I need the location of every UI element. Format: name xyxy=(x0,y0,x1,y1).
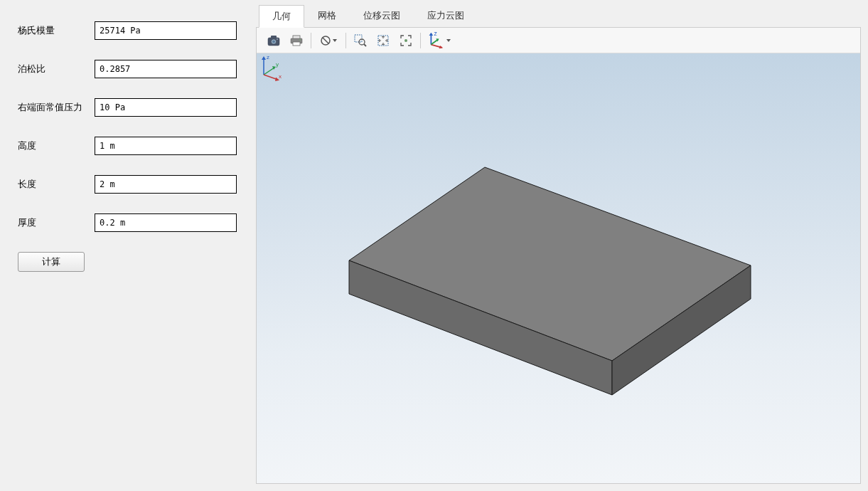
print-icon[interactable] xyxy=(286,31,306,51)
input-thickness[interactable] xyxy=(95,213,237,232)
tab-geometry[interactable]: 几何 xyxy=(259,5,304,28)
compute-button[interactable]: 计算 xyxy=(18,252,85,272)
input-right-face-pressure[interactable] xyxy=(95,98,237,117)
tab-stress[interactable]: 应力云图 xyxy=(414,4,478,27)
label-right-face-pressure: 右端面常值压力 xyxy=(18,101,95,114)
toolbar-separator xyxy=(311,33,311,48)
label-height: 高度 xyxy=(18,139,95,152)
svg-point-3 xyxy=(272,40,275,43)
orientation-triad: z y x xyxy=(257,53,285,82)
svg-line-13 xyxy=(364,44,366,46)
svg-line-10 xyxy=(323,38,328,43)
zoom-selection-icon[interactable] xyxy=(396,31,416,51)
tab-mesh[interactable]: 网格 xyxy=(304,4,350,27)
zoom-extents-icon[interactable] xyxy=(373,31,393,51)
tab-bar: 几何 网格 位移云图 应力云图 xyxy=(256,4,861,27)
svg-point-4 xyxy=(277,38,278,40)
content-panel: z z y x xyxy=(256,27,861,484)
axis-triad-icon[interactable]: z xyxy=(425,31,451,51)
field-length: 长度 xyxy=(18,175,242,194)
field-youngs-modulus: 杨氏模量 xyxy=(18,21,242,40)
svg-line-23 xyxy=(264,68,274,75)
chevron-down-icon xyxy=(333,39,337,42)
main-panel: 几何 网格 位移云图 应力云图 xyxy=(256,0,868,491)
triad-y-label: y xyxy=(276,61,279,68)
parameter-sidebar: 杨氏模量 泊松比 右端面常值压力 高度 长度 厚度 计算 xyxy=(0,0,256,491)
toolbar-separator xyxy=(345,33,346,48)
svg-rect-7 xyxy=(293,42,300,46)
chevron-down-icon xyxy=(446,39,451,42)
reset-icon[interactable] xyxy=(316,31,341,51)
triad-x-label: x xyxy=(279,73,282,80)
toolbar-separator xyxy=(420,33,421,48)
svg-point-15 xyxy=(404,39,407,42)
viewport-toolbar: z xyxy=(257,28,860,53)
input-youngs-modulus[interactable] xyxy=(95,21,237,40)
input-length[interactable] xyxy=(95,175,237,194)
label-youngs-modulus: 杨氏模量 xyxy=(18,24,95,37)
field-height: 高度 xyxy=(18,137,242,155)
triad-z-label: z xyxy=(267,54,269,60)
input-poisson-ratio[interactable] xyxy=(95,60,237,78)
field-thickness: 厚度 xyxy=(18,213,242,232)
field-right-face-pressure: 右端面常值压力 xyxy=(18,98,242,117)
camera-icon[interactable] xyxy=(264,31,284,51)
axis-z-label: z xyxy=(434,31,437,37)
tab-displacement[interactable]: 位移云图 xyxy=(350,4,414,27)
field-poisson-ratio: 泊松比 xyxy=(18,60,242,78)
label-length: 长度 xyxy=(18,178,95,191)
svg-point-8 xyxy=(299,39,301,41)
svg-rect-1 xyxy=(271,36,277,38)
zoom-box-icon[interactable] xyxy=(350,31,370,51)
input-height[interactable] xyxy=(95,137,237,155)
svg-rect-11 xyxy=(355,35,362,42)
label-poisson-ratio: 泊松比 xyxy=(18,63,95,75)
geometry-render xyxy=(257,53,860,483)
label-thickness: 厚度 xyxy=(18,216,95,229)
3d-viewport[interactable]: z y x xyxy=(257,53,860,483)
